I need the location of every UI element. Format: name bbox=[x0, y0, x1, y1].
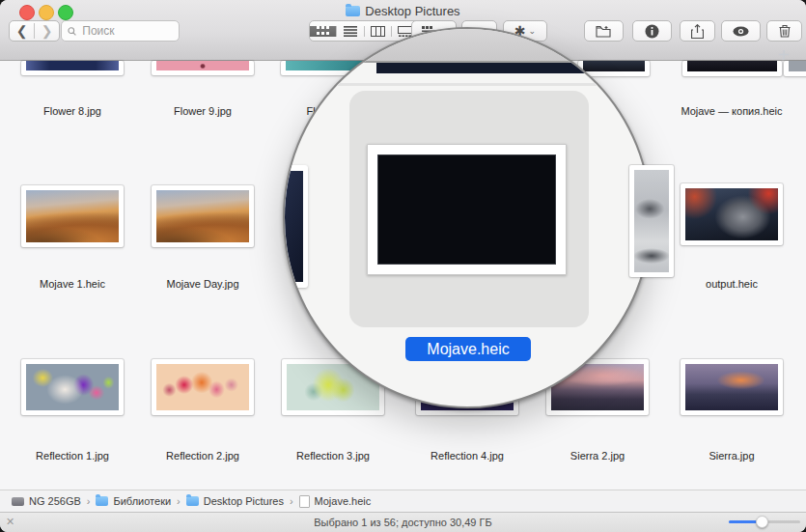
icon-view-button[interactable] bbox=[310, 26, 337, 37]
file-thumbnail-sierra[interactable] bbox=[681, 359, 783, 415]
window-title-area: Desktop Pictures bbox=[0, 4, 806, 18]
file-label[interactable]: output.heic bbox=[659, 278, 804, 290]
file-thumbnail-output[interactable] bbox=[681, 183, 783, 245]
file-label[interactable]: Reflection 4.jpg bbox=[395, 450, 540, 462]
file-thumbnail-mojave-copy[interactable] bbox=[682, 61, 782, 76]
new-folder-icon bbox=[596, 25, 612, 38]
nav-buttons: ❮ ❯ bbox=[9, 20, 60, 42]
column-view-button[interactable] bbox=[365, 26, 392, 37]
path-item-library[interactable]: Библиотеки bbox=[96, 495, 171, 507]
file-label[interactable]: Reflection 2.jpg bbox=[130, 450, 275, 462]
share-button[interactable] bbox=[680, 20, 715, 42]
file-thumbnail-mojave-day[interactable] bbox=[152, 185, 254, 247]
trash-icon bbox=[779, 24, 791, 38]
thumbnail-image bbox=[156, 190, 249, 242]
folder-icon bbox=[346, 6, 360, 16]
thumbnail-image bbox=[156, 61, 249, 70]
path-item-label: NG 256GB bbox=[29, 495, 81, 507]
thumbnail-image bbox=[634, 170, 669, 272]
status-text: Выбрано 1 из 56; доступно 30,49 ГБ bbox=[0, 517, 806, 528]
path-separator: › bbox=[290, 495, 293, 507]
file-thumbnail-mojave1[interactable] bbox=[21, 185, 124, 247]
thumbnail-image bbox=[26, 364, 119, 410]
screen: Desktop Pictures ❮ ❯ ⌄ bbox=[0, 0, 806, 532]
file-icon bbox=[299, 495, 310, 508]
path-separator: › bbox=[177, 495, 181, 507]
file-thumbnail-edge[interactable] bbox=[784, 61, 806, 76]
file-label[interactable]: Flower 8.jpg bbox=[0, 105, 145, 117]
thumbnail-image bbox=[789, 61, 806, 71]
search-field[interactable] bbox=[61, 20, 180, 42]
path-item-desktop-pictures[interactable]: Desktop Pictures bbox=[186, 495, 284, 507]
file-thumbnail-flower8[interactable] bbox=[21, 61, 124, 75]
file-label[interactable]: Reflection 1.jpg bbox=[0, 450, 145, 462]
thumbnail-image bbox=[685, 188, 778, 240]
path-bar: NG 256GB › Библиотеки › Desktop Pictures… bbox=[0, 490, 806, 512]
delete-button[interactable] bbox=[766, 20, 802, 42]
icon-size-slider[interactable] bbox=[729, 520, 800, 523]
search-icon bbox=[68, 26, 76, 37]
thumbnail-image bbox=[156, 364, 249, 410]
chevron-down-icon: ⌄ bbox=[529, 26, 537, 36]
list-view-button[interactable] bbox=[337, 26, 364, 37]
back-button[interactable]: ❮ bbox=[10, 23, 35, 39]
thumbnail-image bbox=[685, 364, 778, 410]
file-thumbnail-reflection2[interactable] bbox=[152, 359, 254, 415]
list-view-icon bbox=[344, 26, 357, 37]
file-thumbnail-flower9[interactable] bbox=[152, 61, 254, 75]
file-label[interactable]: Reflection 3.jpg bbox=[261, 450, 405, 462]
quick-look-button[interactable] bbox=[721, 20, 761, 42]
selected-file-thumbnail[interactable] bbox=[367, 144, 567, 275]
selected-file-label[interactable]: Mojave.heic bbox=[405, 337, 531, 361]
path-item-disk[interactable]: NG 256GB bbox=[12, 495, 81, 507]
file-label[interactable]: Sierra.jpg bbox=[659, 450, 804, 462]
file-label[interactable]: Flower 9.jpg bbox=[130, 105, 275, 117]
search-input[interactable] bbox=[80, 23, 173, 39]
slider-knob[interactable] bbox=[756, 516, 768, 528]
forward-button[interactable]: ❯ bbox=[35, 23, 59, 39]
status-bar: ✕ Выбрано 1 из 56; доступно 30,49 ГБ bbox=[0, 512, 806, 532]
thumbnail-image bbox=[26, 61, 119, 70]
file-thumbnail-reflection1[interactable] bbox=[21, 359, 124, 415]
gallery-view-icon bbox=[398, 26, 412, 37]
path-item-label: Desktop Pictures bbox=[204, 495, 284, 507]
share-icon bbox=[691, 24, 704, 39]
thumbnail-image bbox=[377, 154, 556, 265]
finder-window: Desktop Pictures ❮ ❯ ⌄ bbox=[0, 0, 806, 532]
folder-icon bbox=[186, 496, 199, 506]
info-icon bbox=[645, 24, 659, 39]
path-separator: › bbox=[87, 495, 91, 507]
disk-icon bbox=[12, 497, 24, 506]
file-label[interactable]: Mojave Day.jpg bbox=[130, 278, 275, 290]
file-label[interactable]: Mojave 1.heic bbox=[0, 278, 145, 290]
loupe-magnified-frame-edge bbox=[304, 83, 632, 86]
file-thumbnail-portrait[interactable] bbox=[629, 165, 674, 277]
thumbnail-image bbox=[583, 61, 645, 71]
get-info-button[interactable] bbox=[632, 20, 672, 42]
thumbnail-image bbox=[687, 61, 777, 71]
path-item-label: Библиотеки bbox=[113, 495, 171, 507]
column-view-icon bbox=[371, 26, 385, 37]
path-item-label: Mojave.heic bbox=[315, 495, 372, 507]
grid-view-icon bbox=[317, 26, 330, 37]
thumbnail-image bbox=[26, 190, 119, 242]
magnifier-loupe: Mojave.heic bbox=[283, 27, 652, 408]
file-label[interactable]: Sierra 2.jpg bbox=[525, 450, 670, 462]
window-title: Desktop Pictures bbox=[365, 4, 459, 18]
path-item-file[interactable]: Mojave.heic bbox=[299, 495, 372, 508]
folder-icon bbox=[96, 496, 108, 506]
eye-icon bbox=[733, 26, 749, 37]
new-folder-button[interactable] bbox=[584, 20, 624, 42]
file-label[interactable]: Mojave — копия.heic bbox=[659, 105, 804, 117]
